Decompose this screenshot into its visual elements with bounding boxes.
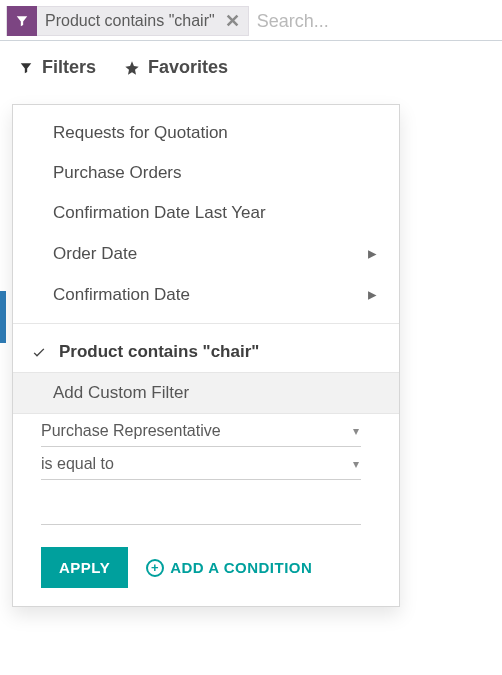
chevron-right-icon: ▸ bbox=[368, 284, 377, 305]
add-custom-filter-header[interactable]: Add Custom Filter bbox=[13, 372, 399, 414]
operator-select[interactable]: is equal to ▾ bbox=[41, 447, 361, 480]
filter-option-label: Requests for Quotation bbox=[53, 123, 228, 143]
chevron-right-icon: ▸ bbox=[368, 243, 377, 264]
field-select-value: Purchase Representative bbox=[41, 422, 221, 440]
filter-value-input[interactable] bbox=[41, 494, 361, 525]
apply-label: APPLY bbox=[59, 559, 110, 576]
add-condition-label: ADD A CONDITION bbox=[170, 559, 312, 576]
filter-option[interactable]: Purchase Orders bbox=[13, 153, 399, 193]
field-select[interactable]: Purchase Representative ▾ bbox=[41, 414, 361, 447]
filter-chip-label: Product contains "chair" bbox=[45, 12, 215, 30]
close-icon[interactable]: ✕ bbox=[223, 12, 242, 30]
filters-dropdown: Requests for QuotationPurchase OrdersCon… bbox=[12, 104, 400, 607]
filters-button[interactable]: Filters bbox=[18, 57, 96, 78]
favorites-button[interactable]: Favorites bbox=[124, 57, 228, 78]
filter-option-label: Purchase Orders bbox=[53, 163, 182, 183]
plus-circle-icon: + bbox=[146, 559, 164, 577]
selection-accent bbox=[0, 291, 6, 343]
active-filter-row[interactable]: Product contains "chair" bbox=[13, 332, 399, 372]
divider bbox=[13, 323, 399, 324]
favorites-label: Favorites bbox=[148, 57, 228, 78]
add-custom-filter-label: Add Custom Filter bbox=[53, 383, 189, 402]
chevron-down-icon: ▾ bbox=[353, 424, 359, 438]
filter-option[interactable]: Order Date▸ bbox=[13, 233, 399, 274]
funnel-icon bbox=[7, 6, 37, 36]
check-icon bbox=[31, 344, 49, 360]
active-filter-label: Product contains "chair" bbox=[59, 342, 259, 362]
filter-option-label: Confirmation Date Last Year bbox=[53, 203, 266, 223]
filter-chip[interactable]: Product contains "chair" ✕ bbox=[6, 6, 249, 36]
custom-filter-actions: APPLY + ADD A CONDITION bbox=[13, 525, 399, 588]
filter-option-label: Order Date bbox=[53, 244, 137, 264]
star-icon bbox=[124, 60, 140, 76]
search-input[interactable] bbox=[255, 7, 496, 36]
filter-option-label: Confirmation Date bbox=[53, 285, 190, 305]
filter-option[interactable]: Confirmation Date Last Year bbox=[13, 193, 399, 233]
search-bar: Product contains "chair" ✕ bbox=[0, 0, 502, 41]
funnel-icon bbox=[18, 60, 34, 76]
filters-label: Filters bbox=[42, 57, 96, 78]
filter-option[interactable]: Requests for Quotation bbox=[13, 113, 399, 153]
apply-button[interactable]: APPLY bbox=[41, 547, 128, 588]
search-toolbar: Filters Favorites bbox=[0, 41, 502, 86]
chevron-down-icon: ▾ bbox=[353, 457, 359, 471]
add-condition-button[interactable]: + ADD A CONDITION bbox=[146, 559, 312, 577]
operator-select-value: is equal to bbox=[41, 455, 114, 473]
filter-option[interactable]: Confirmation Date▸ bbox=[13, 274, 399, 315]
